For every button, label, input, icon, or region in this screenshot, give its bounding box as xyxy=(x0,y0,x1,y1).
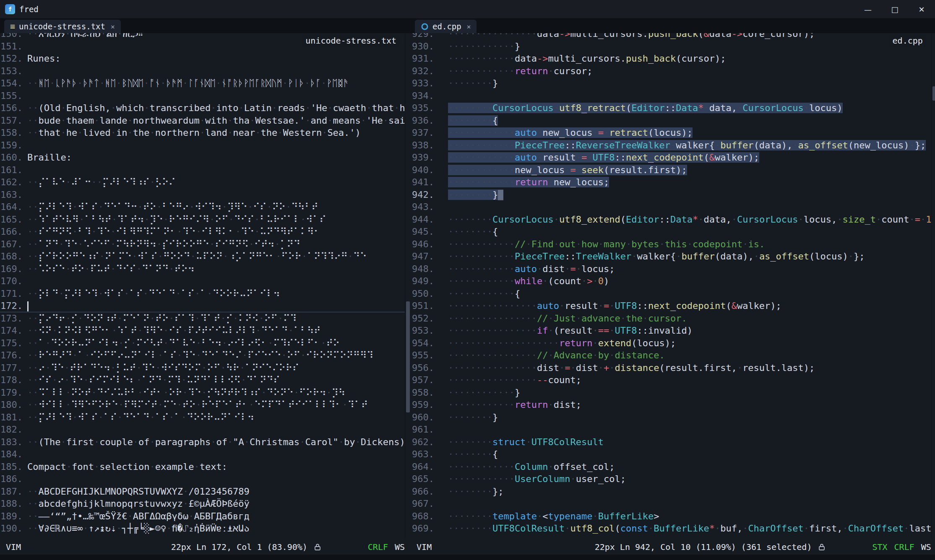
code-line[interactable]: 177.··⠔·⠹⠑·⠞⠗⠁⠙⠑⠲·⡃⠥⠞·⠹⠑·⠺⠊⠎⠙⠕⠍·⠕⠋·⠳⠗·⠁⠝… xyxy=(0,362,411,374)
code-line[interactable]: 953.················if·(result·==·UTF8::… xyxy=(411,324,935,337)
code-line[interactable]: 939.············auto·result·=·UTF8::next… xyxy=(411,151,935,164)
code-line[interactable]: 188.··abcdefghijklmnopqrstuvwxyz·£©µÀÆÖÞ… xyxy=(0,498,411,510)
line-text: ··⠺⠊⠇⠇·⠹⠻⠑⠋⠕⠗⠑·⠏⠻⠍⠊⠞·⠍⠑·⠞⠕·⠗⠑⠏⠑⠁⠞⠂·⠑⠍⠏⠙⠁… xyxy=(27,399,368,410)
titlebar[interactable]: f fred — □ ✕ xyxy=(0,0,935,19)
code-line[interactable]: 185.Compact·font·selection·example·text: xyxy=(0,461,411,473)
code-line[interactable]: 960.········} xyxy=(411,411,935,424)
code-line[interactable]: 152.Runes: xyxy=(0,52,411,65)
tab-close-icon[interactable]: ✕ xyxy=(109,23,115,31)
text-editor[interactable]: 150.··እግርህን·በፍራሽህ·ልክ·ዘርጋ።151.152.Runes:1… xyxy=(0,33,411,539)
tab-ed-cpp[interactable]: ed.cpp ✕ xyxy=(415,20,477,33)
code-line[interactable]: 966.········}; xyxy=(411,485,935,498)
code-line[interactable]: 955.················//·Advance·by·distan… xyxy=(411,349,935,362)
code-line[interactable]: 954.····················return·extend(lo… xyxy=(411,337,935,350)
code-line[interactable]: 179.··⠩⠁⠇⠇·⠝⠕⠞·⠙⠊⠌⠥⠗⠃·⠊⠞⠂·⠕⠗·⠹⠑·⡊⠳⠝⠞⠗⠹⠰⠎… xyxy=(0,386,411,399)
code-line[interactable]: 929.················data->multi_cursors.… xyxy=(411,33,935,40)
code-line[interactable]: 164.··⡍⠜⠇⠑⠹·⠺⠁⠎·⠙⠑⠁⠙⠒·⠞⠕·⠃⠑⠛⠔·⠺⠊⠹⠲·⡹⠻⠑·⠊… xyxy=(0,201,411,213)
code-line[interactable]: 934. xyxy=(411,90,935,102)
code-line[interactable]: 964.············Column·offset_col; xyxy=(411,461,935,473)
code-line[interactable]: 945.········{ xyxy=(411,226,935,238)
code-line[interactable]: 956.················dist·=·dist·+·distan… xyxy=(411,362,935,374)
minimize-button[interactable]: — xyxy=(854,0,881,18)
code-line[interactable]: 172. xyxy=(0,300,411,312)
code-line[interactable]: 948.············auto·dist·=·locus; xyxy=(411,263,935,275)
code-line[interactable]: 167.··⠁⠝⠙·⠹⠑·⠡⠊⠑⠋·⠍⠳⠗⠝⠻⠲·⡎⠊⠗⠕⠕⠛⠑·⠎⠊⠛⠝⠫·⠊… xyxy=(0,238,411,251)
code-line[interactable]: 942.········} xyxy=(411,189,935,201)
code-line[interactable]: 173.··⡍⠔⠙⠖·⡊·⠙⠕⠝⠰⠞·⠍⠑⠁⠝·⠞⠕·⠎⠁⠹·⠹⠁⠞·⡊·⠅⠝⠪… xyxy=(0,312,411,325)
code-line[interactable]: 930.············} xyxy=(411,40,935,53)
code-line[interactable]: 175.··⠁·⠙⠕⠕⠗⠤⠝⠁⠊⠇⠲·⡊·⠍⠊⠣⠞·⠙⠁⠧⠑·⠃⠑⠲·⠔⠊⠇⠔⠫… xyxy=(0,337,411,350)
code-line[interactable]: 936.········{ xyxy=(411,114,935,127)
code-line[interactable]: 968.········template·<typename·BufferLik… xyxy=(411,510,935,523)
code-line[interactable]: 178.··⠊⠎·⠔·⠹⠑·⠎⠊⠍⠊⠇⠑⠆·⠁⠝⠙·⠍⠹·⠥⠝⠙⠁⠇⠇⠪⠫·⠙⠁… xyxy=(0,374,411,386)
maximize-button[interactable]: □ xyxy=(881,0,908,18)
code-line[interactable]: 944.········CursorLocus·utf8_extend(Edit… xyxy=(411,213,935,226)
code-line[interactable]: 935.········CursorLocus·utf8_retract(Edi… xyxy=(411,102,935,114)
code-line[interactable]: 952.················//·Just·advance·the·… xyxy=(411,312,935,325)
code-line[interactable]: 161. xyxy=(0,164,411,176)
code-line[interactable]: 190.··∀∂∈ℝ∧∪≡∞·↑↗↨↻⇣·┐┼╔╘░►☺♀·ﬁ�⑀₂ἠḂӥẄɐː… xyxy=(0,522,411,535)
code-line[interactable]: 154.··ᚻᛖ·ᚳᚹᚫᚦ·ᚦᚫᛏ·ᚻᛖ·ᛒᚢᛞᛖ·ᚩᚾ·ᚦᚫᛗ·ᛚᚪᚾᛞᛖ·ᚾ… xyxy=(0,77,411,90)
line-text: ············new_locus·=·seek(result.firs… xyxy=(448,165,687,175)
code-line[interactable]: 174.··⠪⠝·⠅⠝⠪⠇⠫⠛⠑⠂·⠱⠁⠞·⠹⠻⠑·⠊⠎·⠏⠜⠞⠊⠊⠥⠇⠜⠇⠹·… xyxy=(0,324,411,337)
code-line[interactable]: 189.··–—‘“”„†•…‰™œŠŸž€·ΑΒΓΔΩαβγδω·АБВГДа… xyxy=(0,510,411,523)
tab-unicode-stress[interactable]: ≡ unicode-stress.txt ✕ xyxy=(4,20,121,33)
vertical-scrollbar[interactable] xyxy=(405,33,411,539)
tab-close-icon[interactable]: ✕ xyxy=(465,23,471,31)
code-line[interactable]: 938.············PieceTree::ReverseTreeWa… xyxy=(411,139,935,152)
code-line[interactable]: 950.············{ xyxy=(411,288,935,300)
code-line[interactable]: 937.············auto·new_locus·=·retract… xyxy=(411,127,935,139)
code-line[interactable]: 933.········} xyxy=(411,77,935,90)
vertical-scrollbar[interactable] xyxy=(931,33,935,539)
code-line[interactable]: 156.··(Old·English,·which·transcribed·in… xyxy=(0,102,411,114)
code-line[interactable]: 180.··⠺⠊⠇⠇·⠹⠻⠑⠋⠕⠗⠑·⠏⠻⠍⠊⠞·⠍⠑·⠞⠕·⠗⠑⠏⠑⠁⠞⠂·⠑… xyxy=(0,399,411,411)
code-line[interactable]: 157.··bude·thaem·lande·northweardum·with… xyxy=(0,114,411,127)
code-line[interactable]: 171.··⡕⠇⠙·⡍⠜⠇⠑⠹·⠺⠁⠎·⠁⠎·⠙⠑⠁⠙·⠁⠎·⠁·⠙⠕⠕⠗⠤⠝⠁… xyxy=(0,288,411,300)
code-line[interactable]: 159. xyxy=(0,139,411,152)
code-line[interactable]: 155. xyxy=(0,90,411,102)
code-line[interactable]: 176.··⠗⠑⠛⠜⠙·⠁·⠊⠕⠋⠋⠔⠤⠝⠁⠊⠇·⠁⠎·⠹⠑·⠙⠑⠁⠙⠑⠌·⠏⠊… xyxy=(0,349,411,362)
code-line[interactable]: 163. xyxy=(0,189,411,201)
code-line[interactable]: 186. xyxy=(0,473,411,485)
code-line[interactable]: 947.············PieceTree::TreeWalker·wa… xyxy=(411,250,935,263)
code-line[interactable]: 943. xyxy=(411,201,935,213)
code-line[interactable]: 153. xyxy=(0,65,411,78)
code-line[interactable]: 169.··⠡⠕⠎⠑·⠞⠕·⠏⠥⠞·⠙⠊⠎·⠙⠁⠝⠙·⠞⠕⠲ xyxy=(0,263,411,275)
code-line[interactable]: 181.··⡍⠜⠇⠑⠹·⠺⠁⠎·⠁⠎·⠙⠑⠁⠙·⠁⠎·⠁·⠙⠕⠕⠗⠤⠝⠁⠊⠇⠲ xyxy=(0,411,411,424)
code-line[interactable]: 182. xyxy=(0,423,411,436)
code-line[interactable]: 963.········{ xyxy=(411,448,935,461)
horizontal-scrollbar[interactable] xyxy=(0,555,411,560)
code-line[interactable]: 170. xyxy=(0,275,411,288)
code-line[interactable]: 168.··⡎⠊⠗⠕⠕⠛⠑⠰⠎·⠝⠁⠍⠑·⠺⠁⠎·⠛⠕⠕⠙·⠥⠏⠕⠝·⠰⡡⠁⠝⠛… xyxy=(0,250,411,263)
code-line[interactable]: 962.········struct·UTF8ColResult xyxy=(411,436,935,449)
code-line[interactable]: 165.··⠱⠁⠞⠑⠧⠻·⠁⠃⠳⠞·⠹⠁⠞⠲·⡹⠑·⠗⠑⠛⠊⠌⠻·⠕⠋·⠙⠊⠎·… xyxy=(0,213,411,226)
code-line[interactable]: 946.············//·Find·out·how·many·byt… xyxy=(411,238,935,251)
code-line[interactable]: 965.············UserColumn·user_col; xyxy=(411,473,935,485)
code-line[interactable]: 957.················--count; xyxy=(411,374,935,386)
code-line[interactable]: 959.············return·dist; xyxy=(411,399,935,411)
code-line[interactable]: 160.Braille: xyxy=(0,151,411,164)
code-line[interactable]: 961. xyxy=(411,423,935,436)
code-line[interactable]: 940.············new_locus·=·seek(result.… xyxy=(411,164,935,176)
code-line[interactable]: 932.············return·cursor; xyxy=(411,65,935,78)
code-line[interactable]: 162.··⡌⠁⠧⠑·⠼⠁⠒··⡍⠜⠇⠑⠹⠰⠎·⡣⠕⠌ xyxy=(0,176,411,189)
code-editor[interactable]: 929.················data->multi_cursors.… xyxy=(411,33,935,539)
close-button[interactable]: ✕ xyxy=(908,0,935,18)
scrollbar-thumb[interactable] xyxy=(406,301,410,413)
code-line[interactable]: 183.··(The·first·couple·of·paragraphs·of… xyxy=(0,436,411,449)
scrollbar-thumb[interactable] xyxy=(932,86,935,101)
code-line[interactable]: 187.··ABCDEFGHIJKLMNOPQRSTUVWXYZ·/012345… xyxy=(0,485,411,498)
code-line[interactable]: 158.··that·he·lived·in·the·northern·land… xyxy=(0,127,411,139)
code-line[interactable]: 967. xyxy=(411,498,935,510)
code-line[interactable]: 941.············return·new_locus; xyxy=(411,176,935,189)
code-line[interactable]: 166.··⠎⠊⠛⠝⠫·⠃⠹·⠹⠑·⠊⠇⠻⠛⠹⠍⠁⠝⠂·⠹⠑·⠊⠇⠻⠅⠂·⠹⠑·… xyxy=(0,226,411,238)
code-line[interactable]: 958.············} xyxy=(411,386,935,399)
code-line[interactable]: 969.········UTF8ColResult·utf8_col(const… xyxy=(411,522,935,535)
horizontal-scrollbar[interactable] xyxy=(411,555,935,560)
code-line[interactable]: 184. xyxy=(0,448,411,461)
code-line[interactable]: 951.················auto·result·=·UTF8::… xyxy=(411,300,935,312)
tabbar-left: ≡ unicode-stress.txt ✕ xyxy=(0,19,411,33)
code-line[interactable]: 949.············while·(count·>·0) xyxy=(411,275,935,288)
line-text: ············auto·result·=·UTF8::next_cod… xyxy=(448,152,759,163)
code-line[interactable]: 931.············data->multi_cursors.push… xyxy=(411,52,935,65)
